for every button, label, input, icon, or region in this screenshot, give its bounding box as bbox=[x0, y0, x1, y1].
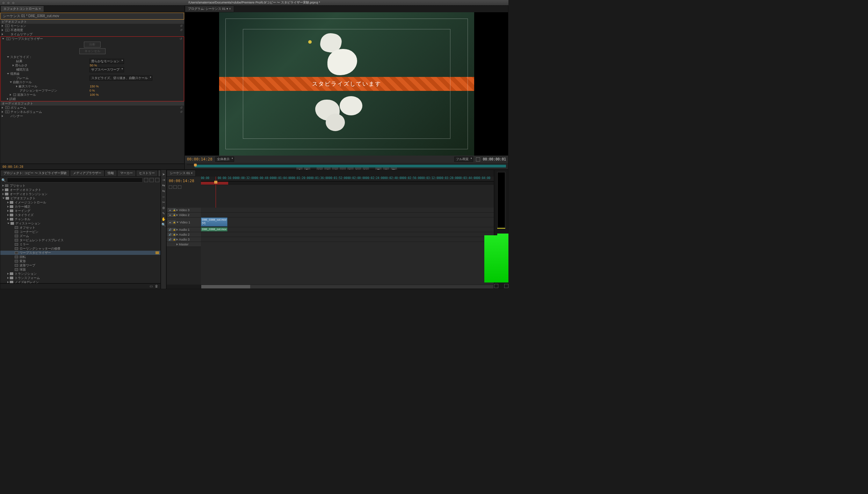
reset-icon[interactable]: ↺ bbox=[180, 106, 183, 109]
audio-clip[interactable]: D8E_0368_cut.mov [A] bbox=[201, 227, 227, 231]
trash-icon[interactable]: 🗑 bbox=[155, 284, 158, 288]
effects-tree-item[interactable]: スタイライズ bbox=[0, 213, 160, 217]
settings-icon[interactable] bbox=[178, 185, 181, 189]
smoothness-value[interactable]: 50 % bbox=[90, 64, 97, 67]
effects-tree-item[interactable]: ローリングシャッターの修復 bbox=[0, 246, 160, 251]
effects-tree-item[interactable]: ズーム bbox=[0, 234, 160, 238]
solo-left-button[interactable] bbox=[504, 284, 508, 288]
ruler-tick[interactable]: 00:01:36:00 bbox=[310, 177, 329, 181]
effects-tree-item[interactable]: 波形ワープ bbox=[0, 263, 160, 267]
playhead-marker[interactable] bbox=[194, 164, 197, 166]
effects-tree-item[interactable]: ミラー bbox=[0, 242, 160, 246]
timeline-scrollbar[interactable] bbox=[201, 285, 493, 288]
new-bin-icon[interactable]: ▭ bbox=[150, 284, 153, 288]
reset-icon[interactable]: ↺ bbox=[180, 37, 182, 41]
filter-icon-3[interactable] bbox=[155, 178, 159, 182]
track-select-tool[interactable]: ⇥ bbox=[161, 177, 166, 182]
program-tab[interactable]: プログラム: シーケンス 01 ▾ × bbox=[185, 6, 234, 12]
video-frame[interactable]: スタビライズしています bbox=[219, 12, 474, 156]
ruler-tick[interactable]: 00:03:28:00 bbox=[440, 177, 458, 181]
addscale-value[interactable]: 100 % bbox=[90, 93, 99, 96]
effects-tree-item[interactable]: トランジション bbox=[0, 272, 160, 276]
program-right-timecode[interactable]: 00:00:00:01 bbox=[483, 157, 506, 161]
track-toggle[interactable]: 🔊 bbox=[168, 238, 172, 241]
method-dropdown[interactable]: サブスペースワープ bbox=[89, 67, 124, 72]
track-v3[interactable]: Video 3 bbox=[179, 208, 189, 212]
ruler-tick[interactable]: 00:02:08:00 bbox=[347, 177, 366, 181]
maxscale-value[interactable]: 150 % bbox=[90, 85, 99, 88]
track-toggle[interactable]: 🔊 bbox=[168, 228, 172, 231]
track-lock[interactable]: 🔒 bbox=[172, 238, 176, 241]
advanced-group[interactable]: 詳細 bbox=[9, 97, 16, 101]
track-a2[interactable]: Audio 2 bbox=[179, 233, 190, 236]
track-toggle[interactable]: ◉ bbox=[168, 221, 172, 224]
effects-tree-item[interactable]: 変形 bbox=[0, 259, 160, 263]
quality-dropdown[interactable]: フル画質 bbox=[454, 157, 473, 162]
effects-tree-item[interactable]: オフセット bbox=[0, 225, 160, 230]
effects-tree-item[interactable]: ワープスタビライザー bbox=[0, 251, 160, 255]
pen-tool[interactable]: ✎ bbox=[161, 211, 166, 216]
timeremap-effect[interactable]: タイムリマップ bbox=[10, 32, 32, 37]
track-lock[interactable]: 🔒 bbox=[172, 213, 176, 217]
ruler-tick[interactable]: 00:02:24:00 bbox=[366, 177, 384, 181]
ruler-tick[interactable]: 00:01:52:00 bbox=[329, 177, 347, 181]
project-tab[interactable]: マーカー bbox=[117, 170, 136, 177]
project-tab[interactable]: プロジェクト: コピー 〜 スタビライザー実験 bbox=[0, 170, 70, 177]
marker-icon[interactable] bbox=[173, 185, 177, 189]
track-toggle[interactable]: ◉ bbox=[168, 208, 172, 212]
ruler-tick[interactable]: 00:02:40:00 bbox=[384, 177, 403, 181]
playhead-handle[interactable] bbox=[214, 181, 217, 184]
reset-icon[interactable]: ↺ bbox=[180, 28, 183, 32]
track-toggle[interactable]: 🔊 bbox=[168, 233, 172, 236]
actionsafe-value[interactable]: 0 % bbox=[89, 89, 95, 92]
ripple-edit-tool[interactable]: ⇆ bbox=[161, 183, 166, 188]
razor-tool[interactable]: ✂ bbox=[161, 200, 166, 205]
filter-icon-2[interactable] bbox=[150, 178, 154, 182]
effects-tree-item[interactable]: タービュレントディスプレイス bbox=[0, 238, 160, 242]
effects-tree-item[interactable]: トランスフォーム bbox=[0, 276, 160, 280]
ruler-tick[interactable]: 00:03:12:00 bbox=[421, 177, 440, 181]
timeline-playhead-timecode[interactable]: 00:00:14:28 bbox=[169, 179, 199, 183]
ruler-tick[interactable]: 00:02:56:00 bbox=[403, 177, 421, 181]
effects-tree-item[interactable]: 回転 bbox=[0, 255, 160, 259]
track-toggle[interactable]: ◉ bbox=[168, 213, 172, 217]
ruler-tick[interactable]: 00:04:00 bbox=[477, 177, 494, 181]
result-dropdown[interactable]: 滑らかなモーション bbox=[89, 59, 124, 64]
window-controls[interactable] bbox=[2, 1, 15, 5]
ruler-tick[interactable]: 00:00:48:00 bbox=[255, 177, 273, 181]
ruler-tick[interactable]: 00:03:44:00 bbox=[458, 177, 477, 181]
program-scrubber[interactable] bbox=[195, 165, 506, 167]
warp-stabilizer-effect[interactable]: ワープスタビライザー bbox=[12, 37, 43, 41]
track-lock[interactable]: 🔒 bbox=[172, 221, 176, 224]
effects-tree-item[interactable]: ノイズ&グレイン bbox=[0, 280, 160, 283]
reset-icon[interactable]: ↺ bbox=[180, 24, 183, 28]
filter-icon-1[interactable] bbox=[144, 178, 148, 182]
keyframe-icon[interactable]: ◇ bbox=[13, 93, 16, 96]
effects-tree-item[interactable]: 球面 bbox=[0, 267, 160, 272]
effects-tree-item[interactable]: ディストーション bbox=[0, 221, 160, 225]
solo-right-button[interactable] bbox=[494, 284, 498, 288]
track-lock[interactable]: 🔒 bbox=[172, 233, 176, 236]
project-tab[interactable]: メディアブラウザー bbox=[70, 170, 104, 177]
program-left-timecode[interactable]: 00:00:14:28 bbox=[187, 157, 212, 162]
track-a3[interactable]: Audio 3 bbox=[179, 238, 190, 241]
track-master[interactable]: Master bbox=[179, 243, 189, 246]
sequence-tab[interactable]: シーケンス 01 × bbox=[167, 170, 196, 177]
zoom-dropdown[interactable]: 全体表示 bbox=[215, 157, 234, 162]
effects-tree-item[interactable]: オーディオトランジション bbox=[0, 192, 160, 196]
track-a1[interactable]: Audio 1 bbox=[179, 228, 190, 231]
track-v2[interactable]: Video 2 bbox=[179, 213, 189, 217]
panner-effect[interactable]: パンナー bbox=[10, 114, 23, 119]
zoom-tool[interactable]: 🔍 bbox=[161, 222, 166, 227]
project-tab[interactable]: ヒストリー bbox=[136, 170, 158, 177]
effects-tree-item[interactable]: コーナーピン bbox=[0, 230, 160, 234]
reset-icon[interactable]: ↺ bbox=[180, 110, 183, 114]
ruler-tick[interactable]: 00:00:32:00 bbox=[236, 177, 255, 181]
project-tab[interactable]: エフェクト × bbox=[158, 170, 160, 177]
track-lock[interactable]: 🔒 bbox=[172, 228, 176, 231]
effects-tree-item[interactable]: チャンネル bbox=[0, 217, 160, 221]
cancel-button[interactable]: キャンセル bbox=[79, 48, 106, 54]
effects-tree-item[interactable]: キーイング bbox=[0, 209, 160, 213]
hand-tool[interactable]: ✋ bbox=[161, 216, 166, 221]
ruler-tick[interactable]: 00:00:16:00 bbox=[218, 177, 236, 181]
